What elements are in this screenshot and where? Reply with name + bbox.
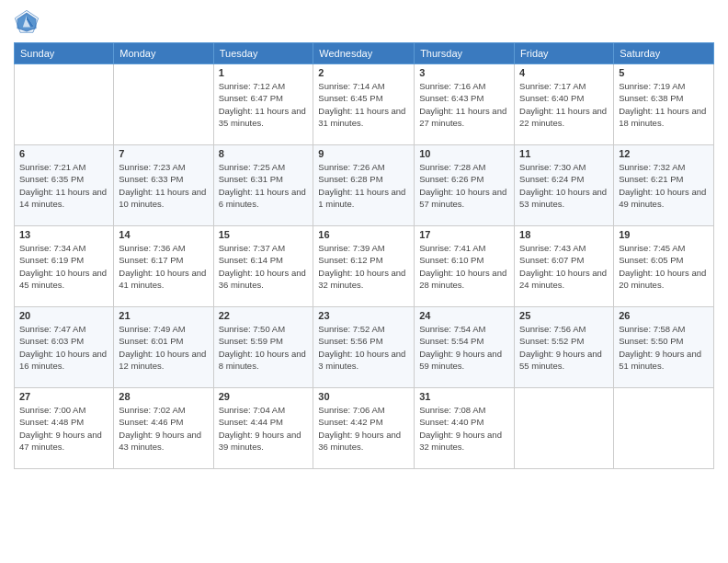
col-header-friday: Friday — [515, 43, 614, 64]
day-info: Sunrise: 7:00 AMSunset: 4:48 PMDaylight:… — [19, 404, 108, 453]
day-number: 28 — [119, 391, 208, 402]
day-number: 7 — [119, 148, 208, 159]
day-cell: 20Sunrise: 7:47 AMSunset: 6:03 PMDayligh… — [15, 307, 114, 388]
day-cell: 5Sunrise: 7:19 AMSunset: 6:38 PMDaylight… — [614, 64, 714, 145]
day-number: 20 — [19, 310, 108, 321]
day-info: Sunrise: 7:12 AMSunset: 6:47 PMDaylight:… — [219, 80, 309, 129]
day-info: Sunrise: 7:58 AMSunset: 5:50 PMDaylight:… — [619, 323, 709, 372]
day-cell: 4Sunrise: 7:17 AMSunset: 6:40 PMDaylight… — [515, 64, 614, 145]
day-info: Sunrise: 7:52 AMSunset: 5:56 PMDaylight:… — [318, 323, 409, 372]
col-header-wednesday: Wednesday — [313, 43, 415, 64]
day-number: 2 — [318, 67, 409, 78]
day-number: 12 — [619, 148, 709, 159]
day-info: Sunrise: 7:17 AMSunset: 6:40 PMDaylight:… — [519, 80, 609, 129]
day-cell: 16Sunrise: 7:39 AMSunset: 6:12 PMDayligh… — [313, 226, 415, 307]
page: SundayMondayTuesdayWednesdayThursdayFrid… — [0, 0, 728, 563]
day-info: Sunrise: 7:30 AMSunset: 6:24 PMDaylight:… — [519, 161, 609, 210]
day-info: Sunrise: 7:32 AMSunset: 6:21 PMDaylight:… — [619, 161, 709, 210]
calendar-table: SundayMondayTuesdayWednesdayThursdayFrid… — [14, 42, 714, 469]
day-info: Sunrise: 7:21 AMSunset: 6:35 PMDaylight:… — [19, 161, 108, 210]
day-number: 18 — [519, 229, 609, 240]
day-info: Sunrise: 7:39 AMSunset: 6:12 PMDaylight:… — [318, 242, 409, 291]
day-cell: 9Sunrise: 7:26 AMSunset: 6:28 PMDaylight… — [313, 145, 415, 226]
day-number: 13 — [19, 229, 108, 240]
day-number: 31 — [419, 391, 509, 402]
day-number: 23 — [318, 310, 409, 321]
day-cell: 26Sunrise: 7:58 AMSunset: 5:50 PMDayligh… — [614, 307, 714, 388]
day-number: 17 — [419, 229, 509, 240]
day-info: Sunrise: 7:36 AMSunset: 6:17 PMDaylight:… — [119, 242, 208, 291]
week-row-4: 20Sunrise: 7:47 AMSunset: 6:03 PMDayligh… — [15, 307, 714, 388]
day-number: 3 — [419, 67, 509, 78]
day-cell — [15, 64, 114, 145]
day-number: 27 — [19, 391, 108, 402]
day-info: Sunrise: 7:43 AMSunset: 6:07 PMDaylight:… — [519, 242, 609, 291]
day-info: Sunrise: 7:04 AMSunset: 4:44 PMDaylight:… — [219, 404, 309, 453]
day-info: Sunrise: 7:45 AMSunset: 6:05 PMDaylight:… — [619, 242, 709, 291]
day-number: 5 — [619, 67, 709, 78]
day-cell: 8Sunrise: 7:25 AMSunset: 6:31 PMDaylight… — [213, 145, 313, 226]
day-info: Sunrise: 7:54 AMSunset: 5:54 PMDaylight:… — [419, 323, 509, 372]
day-info: Sunrise: 7:47 AMSunset: 6:03 PMDaylight:… — [19, 323, 108, 372]
day-cell: 10Sunrise: 7:28 AMSunset: 6:26 PMDayligh… — [415, 145, 515, 226]
day-cell: 13Sunrise: 7:34 AMSunset: 6:19 PMDayligh… — [15, 226, 114, 307]
day-cell: 28Sunrise: 7:02 AMSunset: 4:46 PMDayligh… — [114, 388, 213, 469]
day-cell: 17Sunrise: 7:41 AMSunset: 6:10 PMDayligh… — [415, 226, 515, 307]
day-info: Sunrise: 7:06 AMSunset: 4:42 PMDaylight:… — [318, 404, 409, 453]
col-header-sunday: Sunday — [15, 43, 114, 64]
week-row-1: 1Sunrise: 7:12 AMSunset: 6:47 PMDaylight… — [15, 64, 714, 145]
week-row-3: 13Sunrise: 7:34 AMSunset: 6:19 PMDayligh… — [15, 226, 714, 307]
day-info: Sunrise: 7:34 AMSunset: 6:19 PMDaylight:… — [19, 242, 108, 291]
day-cell: 29Sunrise: 7:04 AMSunset: 4:44 PMDayligh… — [213, 388, 313, 469]
col-header-thursday: Thursday — [415, 43, 515, 64]
day-cell: 24Sunrise: 7:54 AMSunset: 5:54 PMDayligh… — [415, 307, 515, 388]
day-info: Sunrise: 7:28 AMSunset: 6:26 PMDaylight:… — [419, 161, 509, 210]
logo — [14, 9, 43, 35]
day-info: Sunrise: 7:08 AMSunset: 4:40 PMDaylight:… — [419, 404, 509, 453]
day-cell: 1Sunrise: 7:12 AMSunset: 6:47 PMDaylight… — [213, 64, 313, 145]
day-cell — [614, 388, 714, 469]
day-cell — [114, 64, 213, 145]
day-cell: 27Sunrise: 7:00 AMSunset: 4:48 PMDayligh… — [15, 388, 114, 469]
day-info: Sunrise: 7:02 AMSunset: 4:46 PMDaylight:… — [119, 404, 208, 453]
day-cell: 3Sunrise: 7:16 AMSunset: 6:43 PMDaylight… — [415, 64, 515, 145]
day-number: 4 — [519, 67, 609, 78]
day-cell: 7Sunrise: 7:23 AMSunset: 6:33 PMDaylight… — [114, 145, 213, 226]
day-number: 9 — [318, 148, 409, 159]
day-number: 24 — [419, 310, 509, 321]
day-number: 29 — [219, 391, 309, 402]
day-info: Sunrise: 7:16 AMSunset: 6:43 PMDaylight:… — [419, 80, 509, 129]
day-cell: 21Sunrise: 7:49 AMSunset: 6:01 PMDayligh… — [114, 307, 213, 388]
day-info: Sunrise: 7:37 AMSunset: 6:14 PMDaylight:… — [219, 242, 309, 291]
day-number: 11 — [519, 148, 609, 159]
day-number: 21 — [119, 310, 208, 321]
day-number: 6 — [19, 148, 108, 159]
day-cell: 31Sunrise: 7:08 AMSunset: 4:40 PMDayligh… — [415, 388, 515, 469]
day-number: 10 — [419, 148, 509, 159]
logo-icon — [14, 9, 40, 35]
day-info: Sunrise: 7:25 AMSunset: 6:31 PMDaylight:… — [219, 161, 309, 210]
day-info: Sunrise: 7:23 AMSunset: 6:33 PMDaylight:… — [119, 161, 208, 210]
day-number: 8 — [219, 148, 309, 159]
day-number: 16 — [318, 229, 409, 240]
day-number: 1 — [219, 67, 309, 78]
calendar-header-row: SundayMondayTuesdayWednesdayThursdayFrid… — [15, 43, 714, 64]
col-header-tuesday: Tuesday — [213, 43, 313, 64]
day-info: Sunrise: 7:41 AMSunset: 6:10 PMDaylight:… — [419, 242, 509, 291]
day-number: 26 — [619, 310, 709, 321]
col-header-monday: Monday — [114, 43, 213, 64]
day-number: 15 — [219, 229, 309, 240]
day-cell: 18Sunrise: 7:43 AMSunset: 6:07 PMDayligh… — [515, 226, 614, 307]
week-row-2: 6Sunrise: 7:21 AMSunset: 6:35 PMDaylight… — [15, 145, 714, 226]
header — [14, 9, 714, 35]
day-cell: 6Sunrise: 7:21 AMSunset: 6:35 PMDaylight… — [15, 145, 114, 226]
day-info: Sunrise: 7:26 AMSunset: 6:28 PMDaylight:… — [318, 161, 409, 210]
col-header-saturday: Saturday — [614, 43, 714, 64]
day-info: Sunrise: 7:19 AMSunset: 6:38 PMDaylight:… — [619, 80, 709, 129]
day-cell: 23Sunrise: 7:52 AMSunset: 5:56 PMDayligh… — [313, 307, 415, 388]
day-number: 30 — [318, 391, 409, 402]
day-number: 19 — [619, 229, 709, 240]
day-number: 25 — [519, 310, 609, 321]
day-cell: 22Sunrise: 7:50 AMSunset: 5:59 PMDayligh… — [213, 307, 313, 388]
day-cell: 30Sunrise: 7:06 AMSunset: 4:42 PMDayligh… — [313, 388, 415, 469]
